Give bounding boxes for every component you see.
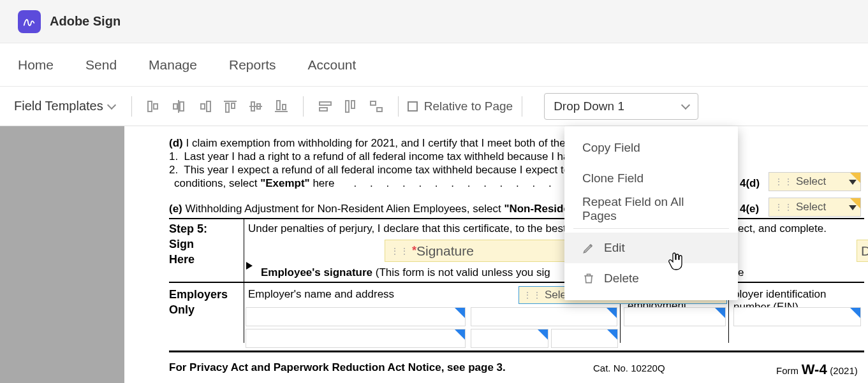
toolbar-divider	[522, 96, 522, 117]
text-field[interactable]	[624, 307, 726, 326]
doc-text: Here	[169, 252, 195, 267]
nav-account[interactable]: Account	[302, 52, 363, 78]
align-right-icon[interactable]	[196, 98, 214, 115]
text-field[interactable]	[733, 307, 861, 326]
doc-text: ployer identification	[733, 287, 827, 301]
svg-rect-21	[377, 108, 382, 112]
date-field[interactable]: Date	[857, 240, 868, 262]
select-placeholder: Select	[796, 175, 826, 188]
nav-send[interactable]: Send	[79, 52, 123, 78]
field-templates-label: Field Templates	[14, 99, 103, 113]
toolbar-divider	[303, 96, 304, 117]
svg-rect-8	[226, 103, 229, 112]
app-header: Adobe Sign	[0, 0, 868, 43]
required-asterisk: *	[412, 244, 416, 257]
text-field[interactable]	[246, 307, 466, 326]
context-copy-field[interactable]: Copy Field	[564, 133, 738, 163]
context-clone-field[interactable]: Clone Field	[564, 163, 738, 194]
nav-home[interactable]: Home	[11, 52, 60, 78]
adobe-sign-logo-icon	[18, 10, 41, 33]
toolbar-divider	[131, 96, 132, 117]
select-field-4d[interactable]: ⋮⋮ Select	[769, 172, 861, 191]
svg-rect-16	[320, 102, 331, 105]
svg-rect-17	[320, 108, 327, 111]
svg-rect-2	[173, 104, 177, 109]
select-placeholder: Select	[796, 201, 826, 213]
align-middle-icon[interactable]	[247, 98, 265, 115]
field-corner-icon	[607, 308, 617, 318]
svg-rect-18	[346, 101, 349, 112]
doc-text: Form W-4 (2021)	[776, 361, 858, 379]
doc-text: ect, and complete.	[738, 222, 827, 236]
context-repeat-field[interactable]: Repeat Field on All Pages	[564, 194, 738, 224]
match-height-icon[interactable]	[342, 98, 360, 115]
match-width-icon[interactable]	[316, 98, 334, 115]
text-field[interactable]	[471, 307, 617, 326]
field-corner-icon	[850, 308, 860, 318]
checkbox-icon	[408, 101, 418, 112]
context-separator	[573, 228, 729, 229]
trash-icon	[582, 272, 595, 285]
text-field[interactable]	[471, 329, 548, 348]
doc-text: Cat. No. 10220Q	[593, 362, 665, 375]
align-bottom-icon[interactable]	[272, 98, 290, 115]
drag-handle-icon: ⋮⋮	[390, 246, 412, 256]
main-nav: Home Send Manage Reports Account	[0, 43, 868, 87]
svg-rect-15	[283, 105, 286, 110]
field-corner-icon	[455, 308, 465, 318]
svg-rect-9	[232, 103, 235, 108]
date-placeholder: Date	[861, 243, 868, 259]
divider	[244, 282, 244, 343]
arrow-right-icon	[246, 262, 253, 270]
doc-text: Step 5:	[169, 222, 207, 236]
doc-text: 4(e)	[740, 202, 759, 216]
divider	[169, 218, 864, 219]
align-center-h-icon[interactable]	[170, 98, 188, 115]
doc-text: Sign	[169, 237, 194, 252]
field-selector-dropdown[interactable]: Drop Down 1	[544, 93, 698, 120]
svg-rect-19	[351, 101, 355, 108]
divider	[169, 350, 864, 352]
relative-to-page-label: Relative to Page	[424, 99, 513, 113]
chevron-down-icon	[681, 100, 690, 109]
svg-rect-5	[207, 101, 210, 112]
doc-text: 4(d)	[740, 177, 760, 191]
nav-manage[interactable]: Manage	[142, 52, 203, 78]
svg-rect-6	[201, 104, 205, 109]
text-field[interactable]	[551, 329, 618, 348]
drag-handle-icon: ⋮⋮	[523, 290, 545, 300]
doc-text: 1. Last year I had a right to a refund o…	[169, 150, 584, 164]
select-field-4e[interactable]: ⋮⋮ Select	[769, 198, 861, 217]
svg-rect-0	[148, 101, 152, 112]
drag-handle-icon: ⋮⋮	[774, 202, 796, 212]
field-corner-icon	[850, 198, 860, 208]
doc-text: (e) Withholding Adjustment for Non-Resid…	[169, 202, 580, 216]
context-edit[interactable]: Edit	[564, 233, 738, 263]
align-top-icon[interactable]	[221, 98, 239, 115]
field-corner-icon	[850, 173, 860, 183]
doc-text: Employers	[169, 287, 228, 302]
divider	[244, 218, 244, 282]
text-field[interactable]	[246, 329, 466, 348]
doc-text: (d) I claim exemption from withholding f…	[169, 136, 582, 150]
context-delete[interactable]: Delete	[564, 263, 738, 294]
signature-placeholder: Signature	[416, 243, 474, 259]
field-selector-value: Drop Down 1	[554, 99, 624, 113]
relative-to-page-toggle[interactable]: Relative to Page	[408, 99, 513, 113]
app-title: Adobe Sign	[50, 14, 121, 29]
svg-rect-3	[180, 102, 184, 111]
doc-text: e	[738, 266, 744, 280]
authoring-toolbar: Field Templates Relative to Page Drop Do…	[0, 87, 868, 126]
match-size-icon[interactable]	[367, 98, 385, 115]
pencil-icon	[582, 242, 595, 254]
toolbar-divider	[398, 96, 399, 117]
align-left-icon[interactable]	[145, 98, 163, 115]
field-corner-icon	[538, 329, 548, 340]
document-page[interactable]: (d) I claim exemption from withholding f…	[124, 126, 868, 383]
field-templates-dropdown[interactable]: Field Templates	[6, 99, 122, 113]
field-corner-icon	[715, 308, 725, 318]
nav-reports[interactable]: Reports	[223, 52, 283, 78]
doc-text: For Privacy Act and Paperwork Reduction …	[169, 361, 506, 375]
chevron-down-icon	[107, 100, 116, 109]
doc-text: 2. This year I expect a refund of all fe…	[169, 163, 585, 177]
